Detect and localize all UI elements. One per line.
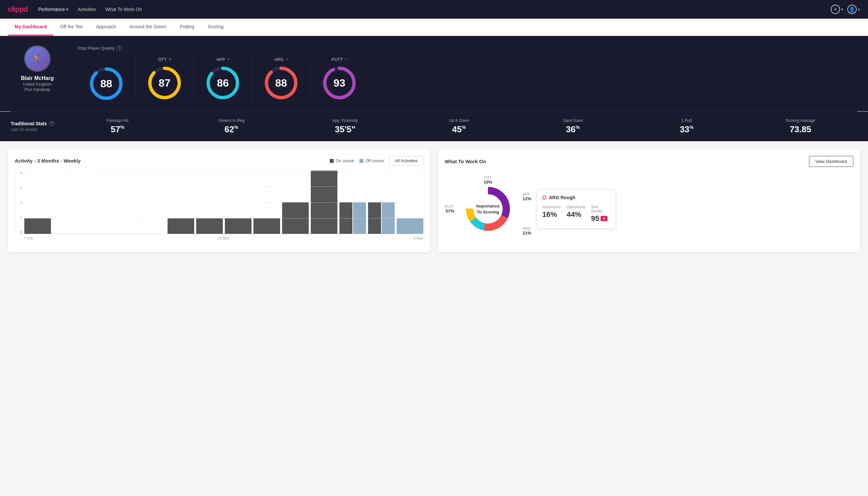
gauge-circle-total: 88 xyxy=(88,65,125,102)
stat-item-4: Sand Save 36% xyxy=(516,118,630,135)
stat-item-3: Up & Down 45% xyxy=(402,118,516,135)
player-name: Blair McHarg xyxy=(21,75,54,81)
bar-chart: 4 3 2 1 0 7 Feb 28 Mar 9 May xyxy=(15,171,423,244)
tab-scoring[interactable]: Scoring xyxy=(201,19,230,36)
tab-around-the-green[interactable]: Around the Green xyxy=(123,19,173,36)
view-dashboard-button[interactable]: View Dashboard xyxy=(809,156,853,167)
chart-legend: On course Off course xyxy=(330,158,384,163)
arg-label: ARG 21% xyxy=(523,227,531,235)
gauge-label-ott: OTT ↗ xyxy=(158,57,171,62)
work-card-body: OTT 10% APP 12% ARG 21% PUTT 57% xyxy=(445,172,853,246)
tab-approach[interactable]: Approach xyxy=(89,19,123,36)
trad-help-icon[interactable]: ? xyxy=(49,121,54,126)
work-card-header: What To Work On View Dashboard xyxy=(445,156,853,167)
arg-opportunity: Opportunity 44% xyxy=(567,205,586,223)
x-axis: 7 Feb 28 Mar 9 May xyxy=(15,236,423,240)
user-button[interactable]: 👤 ▾ xyxy=(847,5,860,14)
off-course-dot xyxy=(359,159,363,163)
nav-right: + ▾ 👤 ▾ xyxy=(831,5,860,14)
on-course-dot xyxy=(330,159,334,163)
putt-label: PUTT 57% xyxy=(445,204,454,214)
gauge-value-putt: 93 xyxy=(333,77,345,89)
stat-items: Fairways Hit 57% Greens In Reg 62% App. … xyxy=(61,118,857,135)
bar-group-9 xyxy=(282,202,309,234)
stat-label-4: Sand Save xyxy=(516,118,630,123)
tabs-bar: My Dashboard Off the Tee Approach Around… xyxy=(0,19,868,36)
gauge-total: 88 xyxy=(77,56,136,102)
y-axis: 4 3 2 1 0 xyxy=(15,171,22,234)
all-activities-button[interactable]: All Activities xyxy=(389,156,423,166)
activity-card-title: Activity - 3 Months - Weekly xyxy=(15,158,81,164)
activity-card-header: Activity - 3 Months - Weekly On course O… xyxy=(15,156,423,166)
arg-importance: Importance 16% xyxy=(542,205,561,223)
svg-text:Importance: Importance xyxy=(476,203,500,208)
trad-stats-label: Traditional Stats ? Last 20 rounds xyxy=(11,121,61,132)
bar-group-5 xyxy=(168,218,194,234)
app-logo: clippd xyxy=(8,5,28,14)
player-handicap: Plus Handicap xyxy=(24,87,50,92)
svg-text:To Scoring: To Scoring xyxy=(477,210,499,215)
bar-off-course-11 xyxy=(353,202,366,234)
stat-label-6: Scoring Average xyxy=(743,118,857,123)
down-badge: ▼ xyxy=(601,216,607,221)
chevron-down-icon: ▾ xyxy=(66,7,68,12)
bar-group-10 xyxy=(311,171,337,234)
arg-opportunity-value: 44% xyxy=(567,210,586,219)
gauge-circle-ott: 87 xyxy=(146,65,183,101)
legend-on-course: On course xyxy=(330,158,354,163)
donut-chart-wrapper: OTT 10% APP 12% ARG 21% PUTT 57% xyxy=(445,172,531,246)
bar-on-course-7 xyxy=(225,218,251,234)
stat-label-1: Greens In Reg xyxy=(175,118,288,123)
chevron-down-icon-add: ▾ xyxy=(841,7,843,12)
gauge-value-ott: 87 xyxy=(159,77,171,89)
chevron-down-icon-user: ▾ xyxy=(858,7,860,12)
gauge-circle-putt: 93 xyxy=(321,65,358,101)
stat-value-5: 33% xyxy=(630,124,744,135)
nav-bar: clippd Performance ▾ Activities What To … xyxy=(0,0,868,19)
arg-shot-quality-value: 95 ▼ xyxy=(591,214,610,223)
bar-on-course-8 xyxy=(253,218,280,234)
bar-group-7 xyxy=(225,218,251,234)
bar-on-course-11 xyxy=(340,202,352,234)
bar-off-course-13 xyxy=(397,218,423,234)
quality-stats: Total Player Quality ? 88 OTT ↗ 87 APP xyxy=(77,45,857,102)
activity-card: Activity - 3 Months - Weekly On course O… xyxy=(8,149,430,252)
gauge-arg: ARG ↗ 88 xyxy=(252,57,311,101)
bar-group-13 xyxy=(397,218,423,234)
player-info: 🏌️ Blair McHarg United Kingdom Plus Hand… xyxy=(11,45,64,92)
bar-on-course-10 xyxy=(311,171,337,234)
avatar: 🏌️ xyxy=(24,45,51,72)
stat-value-2: 35'5" xyxy=(288,124,402,135)
stat-value-4: 36% xyxy=(516,124,630,135)
stat-label-0: Fairways Hit xyxy=(61,118,175,123)
stat-item-0: Fairways Hit 57% xyxy=(61,118,175,135)
bar-group-0 xyxy=(24,218,51,234)
stat-value-1: 62% xyxy=(175,124,288,135)
arg-dot-icon xyxy=(542,196,546,200)
legend-off-course: Off course xyxy=(359,158,384,163)
work-card-title: What To Work On xyxy=(445,158,486,164)
nav-performance[interactable]: Performance ▾ xyxy=(38,7,68,12)
help-icon[interactable]: ? xyxy=(116,45,122,51)
tab-my-dashboard[interactable]: My Dashboard xyxy=(8,19,53,36)
gauge-value-total: 88 xyxy=(100,78,112,90)
bar-group-6 xyxy=(196,218,223,234)
gauge-app: APP ↗ 86 xyxy=(194,57,252,101)
bar-off-course-12 xyxy=(382,202,395,234)
tab-off-the-tee[interactable]: Off the Tee xyxy=(53,19,89,36)
gauge-circle-arg: 88 xyxy=(263,65,299,101)
gauge-putt: PUTT ↗ 93 xyxy=(311,57,368,101)
nav-what-to-work-on[interactable]: What To Work On xyxy=(105,7,142,12)
add-button[interactable]: + ▾ xyxy=(831,5,843,14)
tab-putting[interactable]: Putting xyxy=(173,19,201,36)
stat-label-3: Up & Down xyxy=(402,118,516,123)
bar-on-course-9 xyxy=(282,202,309,234)
gauge-ott: OTT ↗ 87 xyxy=(136,57,194,101)
trad-stats-subtitle: Last 20 rounds xyxy=(11,127,61,132)
stat-item-2: App. Proximity 35'5" xyxy=(288,118,402,135)
bar-on-course-5 xyxy=(168,218,194,234)
nav-activities[interactable]: Activities xyxy=(78,7,96,12)
avatar-image: 🏌️ xyxy=(25,46,50,71)
bar-group-11 xyxy=(340,202,366,234)
stat-item-1: Greens In Reg 62% xyxy=(175,118,288,135)
